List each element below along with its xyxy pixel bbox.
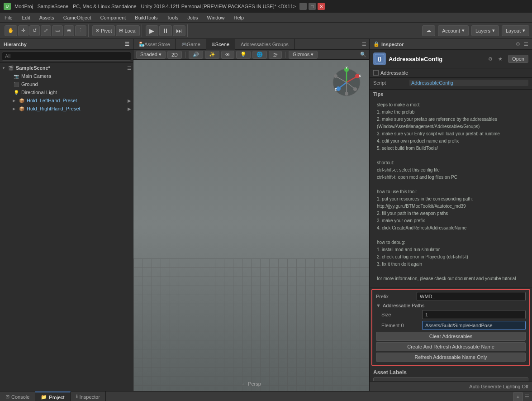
tab-console[interactable]: ⊡ Console: [0, 391, 35, 401]
refresh-only-btn[interactable]: Refresh Addressable Name Only: [376, 353, 526, 362]
paths-toggle[interactable]: ▼: [376, 303, 381, 308]
account-dropdown[interactable]: Account ▾: [438, 25, 469, 36]
menu-buildtools[interactable]: BuildTools: [130, 13, 162, 23]
fog-btn[interactable]: 🌫: [269, 51, 282, 59]
addressable-checkbox[interactable]: [373, 70, 379, 76]
clear-addressables-btn[interactable]: Clear Addressables: [376, 332, 526, 341]
menu-window[interactable]: Window: [202, 13, 229, 23]
open-button[interactable]: Open: [508, 55, 528, 63]
pivot-group: ⊙ Pivot ⊞ Local: [90, 24, 142, 37]
close-button[interactable]: ✕: [318, 3, 325, 10]
gizmos-btn[interactable]: Gizmos ▾: [289, 51, 318, 59]
maincamera-label: Main Camera: [21, 73, 51, 79]
script-value[interactable]: AddressableConfig: [409, 80, 528, 86]
inspector-panel: 🔒 Inspector ⚙ ☰ {} AddressableConfig ⚙ ★…: [369, 39, 532, 391]
scale-tool[interactable]: ⤢: [41, 25, 51, 36]
tree-item-ground[interactable]: ⬛ Ground: [0, 80, 133, 88]
menu-help[interactable]: Help: [229, 13, 249, 23]
viewport-menu[interactable]: ☰: [362, 41, 369, 47]
dimension-btn[interactable]: 2D: [167, 51, 182, 59]
audio-btn[interactable]: 🔊: [189, 51, 203, 59]
tab-project[interactable]: 📁 Project: [35, 391, 70, 401]
skybox-btn[interactable]: 🌐: [252, 51, 267, 59]
rect-tool[interactable]: ▭: [52, 25, 63, 36]
tab-scene[interactable]: ⊞ Scene: [206, 39, 235, 50]
hierarchy-menu-icon[interactable]: ☰: [125, 41, 129, 47]
viewport-panel: 🏪 Asset Store 🎮 Game ⊞ Scene Addressable…: [133, 39, 369, 391]
rotate-tool[interactable]: ↺: [29, 25, 40, 36]
tab-addressables[interactable]: Addressables Groups: [235, 39, 294, 50]
menu-assets[interactable]: Assets: [35, 13, 59, 23]
hierarchy-header: Hierarchy ☰: [0, 39, 133, 50]
tab-inspector-bottom[interactable]: ℹ Inspector: [71, 391, 106, 401]
local-button[interactable]: ⊞ Local: [116, 25, 139, 36]
custom-tool[interactable]: ⋮: [75, 25, 86, 36]
tips-label: Tips: [373, 91, 528, 97]
arrow-righthand: [13, 106, 18, 111]
play-button[interactable]: ▶: [146, 25, 158, 36]
element0-input[interactable]: [422, 321, 526, 330]
menu-gameobject[interactable]: GameObject: [59, 13, 96, 23]
tips-text: steps to make a mod: 1. make the prefab …: [373, 99, 528, 285]
shading-dropdown[interactable]: Shaded ▾: [136, 51, 166, 59]
cloud-button[interactable]: ☁: [422, 25, 435, 36]
move-tool[interactable]: ✛: [18, 25, 28, 36]
fx-btn[interactable]: ✨: [205, 51, 219, 59]
maximize-button[interactable]: □: [309, 3, 316, 10]
create-refresh-btn[interactable]: Create And Refresh Addressable Name: [376, 342, 526, 351]
layers-dropdown[interactable]: Layers ▾: [471, 25, 499, 36]
pivot-button[interactable]: ⊙ Pivot: [92, 25, 115, 36]
script-row: Script AddressableConfig: [373, 80, 528, 86]
menu-component[interactable]: Component: [95, 13, 130, 23]
viewport-content[interactable]: Y X Z: [133, 60, 369, 391]
menu-edit[interactable]: Edit: [17, 13, 35, 23]
tree-item-maincamera[interactable]: 📷 Main Camera: [0, 72, 133, 80]
inspector-menu[interactable]: ☰: [524, 41, 528, 47]
addressable-checkbox-label[interactable]: Addressable: [373, 70, 528, 76]
light-btn[interactable]: 💡: [236, 51, 251, 59]
tree-item-righthand[interactable]: 📦 Hold_RightHand_Preset ▶: [0, 105, 133, 113]
scene-menu[interactable]: ☰: [127, 66, 131, 71]
hierarchy-tree: 🎬 SampleScene* ☰ 📷 Main Camera ⬛ Ground …: [0, 63, 133, 391]
obj-name: AddressableConfig: [389, 56, 485, 62]
tab-asset-store[interactable]: 🏪 Asset Store: [133, 39, 176, 50]
inspector-lock-icon[interactable]: 🔒: [373, 41, 380, 47]
menu-tools[interactable]: Tools: [162, 13, 183, 23]
size-label: Size: [381, 312, 422, 317]
svg-text:{}: {}: [378, 56, 382, 62]
addressable-paths-label: Addressable Paths: [383, 303, 424, 308]
asset-labels-area[interactable]: [373, 377, 528, 381]
scene-3d[interactable]: Y X Z: [133, 60, 369, 391]
console-icon: ⊡: [5, 394, 10, 400]
search-vp: 🔍: [360, 52, 366, 57]
svg-point-15: [345, 92, 348, 95]
script-label: Script: [373, 80, 409, 86]
inspector-settings-icon[interactable]: ⚙: [488, 56, 493, 62]
hierarchy-search-input[interactable]: [2, 52, 131, 61]
svg-point-13: [353, 87, 357, 91]
camera-icon: 📷: [13, 73, 20, 79]
layout-dropdown[interactable]: Layout ▾: [502, 25, 529, 36]
minimize-button[interactable]: –: [299, 3, 307, 10]
inspector-star-icon[interactable]: ★: [498, 56, 503, 62]
hand-tool[interactable]: ✋: [5, 25, 17, 36]
playback-controls: ▶ ⏸ ⏭: [144, 24, 188, 37]
add-btn[interactable]: +: [513, 392, 523, 401]
tab-game[interactable]: 🎮 Game: [176, 39, 206, 50]
tree-item-directionallight[interactable]: 💡 Directional Light: [0, 88, 133, 96]
lefthand-label: Hold_LeftHand_Preset: [27, 98, 77, 103]
svg-text:Z: Z: [335, 88, 337, 91]
step-button[interactable]: ⏭: [173, 25, 185, 36]
menu-jobs[interactable]: Jobs: [183, 13, 202, 23]
menu-file[interactable]: File: [0, 13, 17, 23]
transform-tool[interactable]: ⊕: [64, 25, 74, 36]
pause-button[interactable]: ⏸: [159, 25, 172, 36]
prefix-input[interactable]: [417, 292, 526, 301]
inspector-debug[interactable]: ⚙: [516, 41, 520, 47]
tree-item-lefthand[interactable]: 📦 Hold_LeftHand_Preset ▶: [0, 96, 133, 105]
tree-item-samplescene[interactable]: 🎬 SampleScene* ☰: [0, 64, 133, 72]
size-input[interactable]: [422, 310, 526, 319]
inspector-bottom-label: Inspector: [80, 394, 100, 400]
scene-vis-btn[interactable]: 👁: [221, 51, 234, 59]
window-controls: – □ ✕: [299, 3, 325, 10]
